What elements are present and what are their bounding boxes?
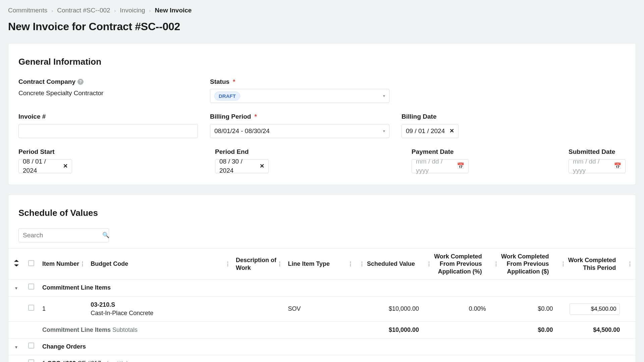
clear-icon[interactable]: ✕ — [449, 127, 454, 135]
group-change-orders[interactable]: ▼ Change Orders — [8, 339, 636, 355]
caret-down-icon[interactable]: ▼ — [14, 345, 18, 350]
billing-period-label: Billing Period* — [210, 112, 389, 121]
period-end-input[interactable]: 08 / 30 / 2024 ✕ — [215, 159, 269, 173]
row-checkbox[interactable] — [28, 305, 34, 311]
invoice-number-input[interactable] — [18, 124, 198, 138]
col-wct[interactable]: ⋮ Work Completed This Period — [556, 249, 624, 280]
kebab-icon[interactable]: ⋮ — [627, 261, 633, 267]
kebab-icon[interactable]: ⋮ — [560, 261, 566, 267]
col-item-number[interactable]: Item Number ⋮ — [39, 249, 87, 280]
breadcrumb: Commitments › Contract #SC--002 › Invoic… — [8, 6, 636, 15]
chevron-right-icon: › — [51, 7, 53, 14]
sov-search-input[interactable]: 🔍 — [18, 228, 109, 242]
contract-company-label: Contract Company ? — [18, 77, 198, 86]
invoice-number-label: Invoice # — [18, 112, 198, 121]
general-information-heading: General Information — [18, 56, 626, 68]
chevron-right-icon: › — [114, 7, 116, 14]
select-all-checkbox[interactable] — [28, 260, 34, 266]
payment-date-label: Payment Date — [412, 147, 469, 157]
table-row: 1 03-210.S Cast-In-Place Concrete SOV $1… — [8, 296, 636, 321]
group-commitment-line-items[interactable]: ▼ Commitment Line Items — [8, 280, 636, 296]
caret-down-icon[interactable]: ▼ — [14, 286, 18, 291]
kebab-icon[interactable]: ⋮ — [426, 261, 432, 267]
commitment-subtotal-row: Commitment Line Items Subtotals $10,000.… — [8, 322, 636, 339]
row-checkbox[interactable] — [28, 359, 34, 362]
sov-table: Item Number ⋮ Budget Code ⋮ Description … — [8, 249, 636, 362]
submitted-date-label: Submitted Date — [569, 147, 626, 157]
group-checkbox[interactable] — [28, 343, 34, 349]
status-badge: DRAFT — [214, 92, 240, 101]
kebab-icon[interactable]: ⋮ — [225, 261, 230, 267]
payment-date-input[interactable]: mm / dd / yyyy 📅 — [412, 159, 469, 173]
billing-date-label: Billing Date — [401, 112, 459, 121]
sov-table-wrapper[interactable]: Item Number ⋮ Budget Code ⋮ Description … — [8, 248, 636, 362]
search-icon: 🔍 — [102, 231, 109, 239]
period-end-label: Period End — [215, 147, 269, 157]
contract-company-value: Concrete Specialty Contractor — [18, 89, 198, 98]
breadcrumb-invoicing[interactable]: Invoicing — [120, 6, 145, 15]
col-wcp-amt[interactable]: ⋮ Work Completed From Previous Applicati… — [489, 249, 556, 280]
calendar-icon[interactable]: 📅 — [457, 162, 464, 170]
billing-date-input[interactable]: 09 / 01 / 2024 ✕ — [401, 124, 459, 138]
billing-period-select[interactable]: 08/01/24 - 08/30/24 ▾ — [210, 124, 389, 138]
expand-all-icon[interactable] — [14, 260, 19, 266]
col-scheduled-value[interactable]: ⋮ Scheduled Value — [355, 249, 422, 280]
col-line-item-type[interactable]: Line Item Type ⋮ — [284, 249, 355, 280]
clear-icon[interactable]: ✕ — [63, 162, 68, 170]
col-extra[interactable]: ⋮ — [623, 249, 636, 280]
kebab-icon[interactable]: ⋮ — [359, 261, 365, 267]
period-start-label: Period Start — [18, 147, 72, 157]
col-description[interactable]: Description of Work ⋮ — [232, 249, 284, 280]
col-wcp-pct[interactable]: ⋮ Work Completed From Previous Applicati… — [422, 249, 489, 280]
chevron-down-icon: ▾ — [383, 128, 385, 134]
sov-heading: Schedule of Values — [8, 207, 636, 219]
kebab-icon[interactable]: ⋮ — [493, 261, 499, 267]
submitted-date-input[interactable]: mm / dd / yyyy 📅 — [569, 159, 626, 173]
general-information-card: General Information Contract Company ? C… — [8, 43, 636, 185]
calendar-icon[interactable]: 📅 — [614, 162, 621, 170]
clear-icon[interactable]: ✕ — [260, 162, 264, 170]
kebab-icon[interactable]: ⋮ — [348, 261, 353, 267]
period-start-input[interactable]: 08 / 01 / 2024 ✕ — [18, 159, 72, 173]
wct-input[interactable] — [570, 303, 620, 315]
chevron-down-icon: ▾ — [383, 93, 385, 99]
chevron-right-icon: › — [149, 7, 151, 14]
subgroup-cco[interactable]: ▼ 1 CCO #002 CE #017 - (no title) — [8, 355, 636, 362]
group-checkbox[interactable] — [28, 284, 34, 290]
col-budget-code[interactable]: Budget Code ⋮ — [87, 249, 232, 280]
status-label: Status* — [210, 77, 389, 86]
breadcrumb-contract[interactable]: Contract #SC--002 — [57, 6, 110, 15]
breadcrumb-commitments[interactable]: Commitments — [8, 6, 47, 15]
schedule-of-values-card: Schedule of Values 🔍 Item Number ⋮ — [8, 194, 636, 362]
breadcrumb-current: New Invoice — [155, 6, 192, 15]
help-icon[interactable]: ? — [77, 79, 84, 85]
kebab-icon[interactable]: ⋮ — [80, 261, 85, 267]
kebab-icon[interactable]: ⋮ — [277, 261, 282, 267]
page-title: New Invoice for Contract #SC--002 — [8, 19, 636, 34]
status-select[interactable]: DRAFT ▾ — [210, 89, 389, 103]
